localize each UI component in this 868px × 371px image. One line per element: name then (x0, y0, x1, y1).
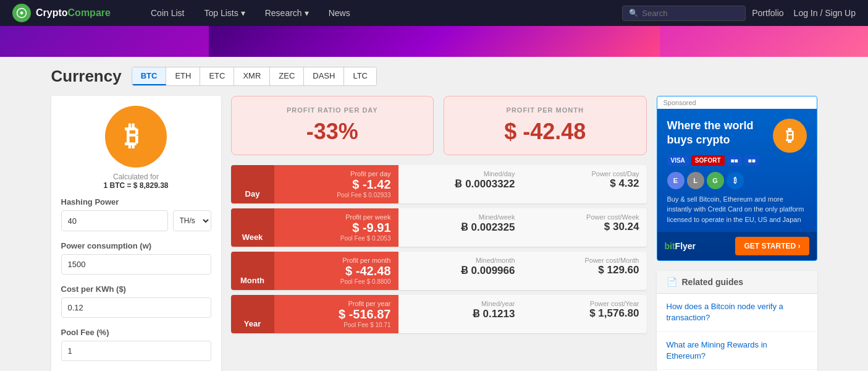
profit-month-label: PROFIT PER MONTH (457, 106, 634, 114)
banner (0, 26, 868, 57)
cc2-icon: ■■ (744, 155, 759, 166)
stats-period: Month (231, 252, 274, 290)
power-consumption-group: Power consumption (w) (61, 241, 211, 275)
cost-kwh-input[interactable] (61, 297, 211, 318)
eth-coin-icon: E (667, 172, 685, 189)
logo[interactable]: CryptoCompare (12, 4, 136, 22)
ad-container: Sponsored Where the world buys crypto ₿ … (657, 96, 817, 261)
related-guides: 📄 Related guides How does a Bitcoin node… (657, 271, 817, 371)
ad-cta-button[interactable]: GET STARTED › (735, 237, 809, 255)
stats-mined: Mined/month Ƀ 0.009966 (398, 252, 523, 290)
left-panel: ₿ Calculated for 1 BTC = $ 8,829.38 Hash… (51, 96, 221, 371)
nav-right: Portfolio Log In / Sign Up (752, 8, 856, 18)
hashing-power-group: Hashing Power TH/s GH/s MH/s (61, 197, 211, 231)
calc-for: Calculated for 1 BTC = $ 8,829.38 (61, 173, 211, 190)
content-area: ₿ Calculated for 1 BTC = $ 8,829.38 Hash… (51, 96, 817, 371)
stats-period: Day (231, 165, 274, 203)
nav-news[interactable]: News (320, 2, 359, 24)
related-guide-item[interactable]: What are Mining Rewards in Ethereum? (657, 332, 817, 370)
main-content: Currency BTC ETH ETC XMR ZEC DASH LTC ₿ … (39, 57, 830, 371)
profit-month-value: $ -42.48 (457, 119, 634, 145)
nav-coin-list[interactable]: Coin List (142, 2, 193, 24)
related-guide-item[interactable]: How does a Bitcoin node verify a transac… (657, 294, 817, 331)
ad-payment-icons: VISA SOFORT ■■ ■■ (667, 155, 807, 166)
ad-body: Where the world buys crypto ₿ VISA SOFOR… (657, 109, 817, 260)
currency-header: Currency BTC ETH ETC XMR ZEC DASH LTC (51, 67, 817, 86)
logo-icon (12, 4, 31, 22)
stats-power: Power cost/Week $ 30.24 (523, 208, 647, 247)
stats-mined: Mined/week Ƀ 0.002325 (398, 208, 523, 247)
ad-footer: bitFlyer GET STARTED › (657, 232, 817, 260)
hashing-power-row: TH/s GH/s MH/s (61, 210, 211, 231)
profit-month-card: PROFIT PER MONTH $ -42.48 (444, 96, 647, 155)
stats-period: Year (231, 295, 274, 333)
stats-row-week: Week Profit per week $ -9.91 Pool Fee $ … (231, 208, 647, 247)
related-guides-header: 📄 Related guides (657, 271, 817, 294)
svg-text:₿: ₿ (124, 121, 138, 151)
login-link[interactable]: Log In / Sign Up (794, 8, 856, 18)
stats-table: Day Profit per day $ -1.42 Pool Fee $ 0.… (231, 165, 647, 333)
ad-logo: bitFlyer (665, 241, 696, 251)
banner-image (209, 26, 660, 57)
stats-power: Power cost/Month $ 129.60 (523, 252, 647, 290)
search-input[interactable] (642, 9, 739, 18)
profit-ratio-value: -33% (244, 119, 421, 145)
stats-profit: Profit per month $ -42.48 Pool Fee $ 0.8… (274, 252, 398, 290)
right-panel: Sponsored Where the world buys crypto ₿ … (657, 96, 817, 371)
tab-xmr[interactable]: XMR (234, 67, 270, 85)
btc-icon: ₿ (105, 106, 167, 168)
pool-fee-group: Pool Fee (%) (61, 328, 211, 361)
portfolio-link[interactable]: Portfolio (752, 8, 783, 18)
power-consumption-label: Power consumption (w) (61, 241, 211, 250)
sofort-icon: SOFORT (691, 155, 725, 166)
tab-zec[interactable]: ZEC (270, 67, 304, 85)
logo-text: CryptoCompare (36, 7, 111, 19)
stats-power: Power cost/Day $ 4.32 (523, 165, 647, 203)
chevron-down-icon: ▾ (305, 8, 309, 18)
ad-description: Buy & sell Bitcoin, Ethereum and more in… (667, 194, 807, 225)
stats-profit: Profit per week $ -9.91 Pool Fee $ 0.205… (274, 208, 398, 247)
page-title: Currency (51, 67, 122, 86)
center-panel: PROFIT RATIO PER DAY -33% PROFIT PER MON… (231, 96, 647, 371)
tab-ltc[interactable]: LTC (344, 67, 376, 85)
stats-profit: Profit per year $ -516.87 Pool Fee $ 10.… (274, 295, 398, 333)
tab-dash[interactable]: DASH (304, 67, 344, 85)
profit-ratio-label: PROFIT RATIO PER DAY (244, 106, 421, 114)
stats-period: Week (231, 208, 274, 247)
stats-mined: Mined/day Ƀ 0.0003322 (398, 165, 523, 203)
nav-top-lists[interactable]: Top Lists ▾ (195, 2, 253, 24)
related-guides-list: How does a Bitcoin node verify a transac… (657, 294, 817, 371)
search-box[interactable]: 🔍 (622, 6, 746, 21)
stats-row-day: Day Profit per day $ -1.42 Pool Fee $ 0.… (231, 165, 647, 203)
hashing-power-label: Hashing Power (61, 197, 211, 207)
btc-icon-container: ₿ Calculated for 1 BTC = $ 8,829.38 (61, 106, 211, 190)
profit-summary: PROFIT RATIO PER DAY -33% PROFIT PER MON… (231, 96, 647, 155)
cc1-icon: ■■ (727, 155, 742, 166)
document-icon: 📄 (667, 277, 677, 287)
ad-coins: E L G ₿ (667, 172, 807, 189)
profit-ratio-card: PROFIT RATIO PER DAY -33% (231, 96, 434, 155)
pool-fee-label: Pool Fee (%) (61, 328, 211, 337)
stats-row-year: Year Profit per year $ -516.87 Pool Fee … (231, 295, 647, 333)
visa-icon: VISA (667, 155, 689, 166)
navbar: CryptoCompare Coin List Top Lists ▾ Rese… (0, 0, 868, 26)
ltc-coin-icon: L (687, 172, 704, 189)
btc-coin-ad-icon: ₿ (727, 172, 744, 189)
currency-tabs: BTC ETH ETC XMR ZEC DASH LTC (132, 67, 377, 86)
search-icon: 🔍 (629, 9, 638, 17)
tab-eth[interactable]: ETH (166, 67, 200, 85)
chevron-down-icon: ▾ (241, 8, 245, 18)
stats-row-month: Month Profit per month $ -42.48 Pool Fee… (231, 252, 647, 290)
other-coin-icon: G (707, 172, 724, 189)
power-consumption-input[interactable] (61, 254, 211, 275)
tab-etc[interactable]: ETC (200, 67, 234, 85)
hashing-power-unit-select[interactable]: TH/s GH/s MH/s (173, 210, 211, 231)
stats-profit: Profit per day $ -1.42 Pool Fee $ 0.0293… (274, 165, 398, 203)
cost-kwh-group: Cost per KWh ($) (61, 284, 211, 318)
hashing-power-input[interactable] (61, 210, 168, 231)
stats-power: Power cost/Year $ 1,576.80 (523, 295, 647, 333)
ad-btc-icon: ₿ (773, 119, 807, 153)
tab-btc[interactable]: BTC (132, 67, 167, 85)
nav-research[interactable]: Research ▾ (256, 2, 318, 24)
pool-fee-input[interactable] (61, 341, 211, 361)
